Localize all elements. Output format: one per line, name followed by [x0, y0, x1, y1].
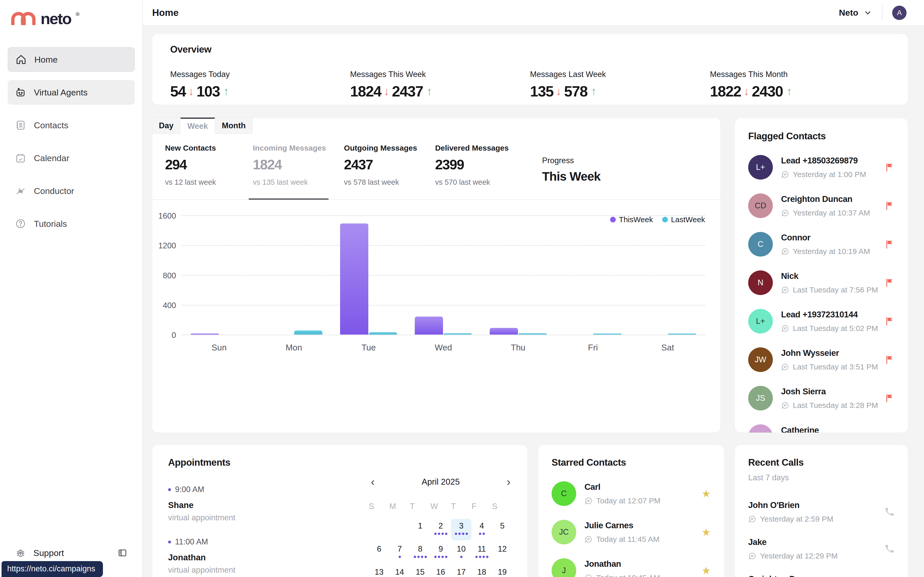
calendar-day-9[interactable]: 9 — [431, 542, 451, 563]
sidebar-item-tutorials[interactable]: Tutorials — [8, 211, 135, 236]
x-axis-label: Wed — [406, 343, 481, 353]
metric-sub: vs 578 last week — [344, 178, 417, 187]
help-icon — [15, 218, 26, 229]
x-axis-label: Thu — [481, 343, 555, 353]
calendar-event-dots — [414, 556, 427, 558]
calendar-day-19[interactable]: 19 — [492, 565, 513, 577]
avatar: JS — [748, 386, 773, 411]
star-icon[interactable]: ★ — [701, 565, 711, 577]
bar-lastweek-wed[interactable] — [443, 333, 472, 335]
phone-icon[interactable] — [884, 507, 895, 517]
bar-group-fri — [555, 215, 630, 335]
list-item[interactable]: L+ Lead +19372310144 Last Tuesday at 5:0… — [748, 309, 895, 334]
bar-group-thu — [481, 215, 555, 335]
sidebar-item-calendar[interactable]: Calendar — [8, 146, 135, 170]
overview-stats: Messages Today 54↓ 103↑ Messages This We… — [170, 70, 890, 100]
calendar-day-16[interactable]: 16 — [431, 565, 451, 577]
bar-thisweek-thu[interactable] — [490, 328, 518, 335]
bar-lastweek-fri[interactable] — [593, 334, 621, 335]
user-avatar[interactable]: A — [892, 6, 906, 20]
list-item[interactable]: CD Creighton Duncan Yesterday at 10:37 A… — [748, 193, 895, 218]
collapse-sidebar-icon[interactable] — [117, 548, 127, 558]
phone-icon[interactable] — [884, 544, 895, 554]
flag-icon[interactable] — [885, 432, 895, 433]
list-item[interactable]: Jake Yesterday at 12:29 PM ★ — [748, 537, 895, 560]
list-item[interactable]: C Carl Today at 12:07 PM ★ — [551, 481, 711, 506]
metric-new-contacts[interactable]: New Contacts 294 vs 12 last week — [165, 143, 235, 199]
calendar-day-11[interactable]: 11 — [471, 542, 492, 563]
sidebar-item-virtual-agents[interactable]: Virtual Agents — [8, 80, 135, 105]
calendar-day-10[interactable]: 10 — [451, 542, 471, 563]
metric-delivered-messages[interactable]: Delivered Messages 2399 vs 570 last week — [435, 143, 509, 199]
flag-icon[interactable] — [885, 201, 895, 211]
contact-time-text: Yesterday at 2:59 PM — [760, 515, 834, 523]
flag-icon[interactable] — [885, 239, 895, 249]
metric-outgoing-messages[interactable]: Outgoing Messages 2437 vs 578 last week — [344, 143, 417, 199]
metric-incoming-messages[interactable]: Incoming Messages 1824 vs 135 last week — [253, 143, 326, 199]
bar-thisweek-tue[interactable] — [340, 224, 368, 335]
flag-icon[interactable] — [885, 278, 895, 288]
metric-value: 2437 — [344, 156, 417, 172]
list-item[interactable]: Creighton Duncan ★ — [748, 574, 895, 577]
list-item[interactable]: N Nick Last Tuesday at 7:56 PM ★ — [748, 271, 895, 295]
contact-name: Nick — [781, 271, 874, 281]
calendar-day-15[interactable]: 15 — [410, 565, 431, 577]
support-link[interactable]: Support — [15, 547, 64, 559]
bar-thisweek-sun[interactable] — [191, 334, 219, 335]
flag-icon[interactable] — [885, 355, 895, 364]
calendar-day-6[interactable]: 6 — [369, 542, 389, 563]
list-item[interactable]: JS Josh Sierra Last Tuesday at 3:28 PM ★ — [748, 386, 895, 411]
flag-icon[interactable] — [885, 163, 895, 172]
arrow-down-icon: ↓ — [743, 85, 749, 98]
calendar-day-3[interactable]: 3 — [451, 519, 471, 540]
calendar-day-18[interactable]: 18 — [471, 565, 492, 577]
contact-name: Catherine — [781, 425, 874, 433]
stat-label: Messages Last Week — [530, 70, 710, 79]
contact-name: John O'Brien — [748, 500, 874, 510]
calendar-day-1[interactable]: 1 — [410, 519, 431, 540]
calendar-next-icon[interactable]: › — [505, 476, 513, 487]
calendar-day-7[interactable]: 7 — [389, 542, 410, 563]
bar-lastweek-tue[interactable] — [369, 332, 397, 335]
calendar-prev-icon[interactable]: ‹ — [369, 476, 377, 487]
avatar: C — [551, 481, 576, 506]
calendar-day-12[interactable]: 12 — [492, 542, 513, 563]
list-item[interactable]: L+ Lead +18503269879 Yesterday at 1:00 P… — [748, 155, 895, 180]
calendar-day-8[interactable]: 8 — [410, 542, 431, 563]
calendar-day-2[interactable]: 2 — [431, 519, 451, 540]
calendar-day-4[interactable]: 4 — [471, 519, 492, 540]
bar-group-wed — [406, 215, 481, 335]
list-item[interactable]: C Connor Yesterday at 10:19 AM ★ — [748, 232, 895, 256]
bar-lastweek-mon[interactable] — [294, 330, 323, 335]
star-icon[interactable]: ★ — [701, 488, 711, 500]
neto-logo[interactable]: neto ® — [0, 0, 142, 27]
avatar: C — [748, 424, 773, 433]
flag-icon[interactable] — [885, 316, 895, 326]
list-item[interactable]: JW John Wysseier Last Tuesday at 3:51 PM… — [748, 347, 895, 372]
message-bubble-icon — [781, 363, 789, 371]
sidebar-item-home[interactable]: Home — [8, 47, 135, 72]
calendar-day-number: 12 — [498, 542, 507, 554]
x-axis-label: Tue — [331, 343, 406, 353]
list-item[interactable]: JC Julie Carnes Today at 11:45 AM ★ — [551, 520, 711, 545]
legend-dot-icon — [662, 217, 668, 222]
workspace-dropdown[interactable]: Neto — [839, 8, 872, 18]
sidebar-item-conductor[interactable]: Conductor — [8, 179, 135, 203]
legend-item-lastweek[interactable]: LastWeek — [662, 215, 705, 224]
bar-lastweek-sat[interactable] — [668, 334, 696, 335]
sidebar-item-contacts[interactable]: Contacts — [8, 113, 135, 137]
list-item[interactable]: C Catherine ★ — [748, 424, 895, 433]
calendar-day-5[interactable]: 5 — [492, 519, 513, 540]
flag-icon[interactable] — [885, 393, 895, 403]
calendar-day-14[interactable]: 14 — [389, 565, 410, 577]
legend-item-thisweek[interactable]: ThisWeek — [610, 215, 653, 224]
bar-thisweek-wed[interactable] — [415, 317, 443, 335]
star-icon[interactable]: ★ — [701, 526, 711, 538]
bar-lastweek-thu[interactable] — [518, 333, 547, 335]
calendar-day-17[interactable]: 17 — [451, 565, 471, 577]
bar-group-sat — [631, 215, 705, 335]
list-item[interactable]: J Jonathan Today at 10:45 AM ★ — [551, 558, 711, 577]
list-item[interactable]: John O'Brien Yesterday at 2:59 PM ★ — [748, 500, 895, 523]
calendar-day-13[interactable]: 13 — [369, 565, 389, 577]
topbar-divider — [882, 6, 882, 20]
